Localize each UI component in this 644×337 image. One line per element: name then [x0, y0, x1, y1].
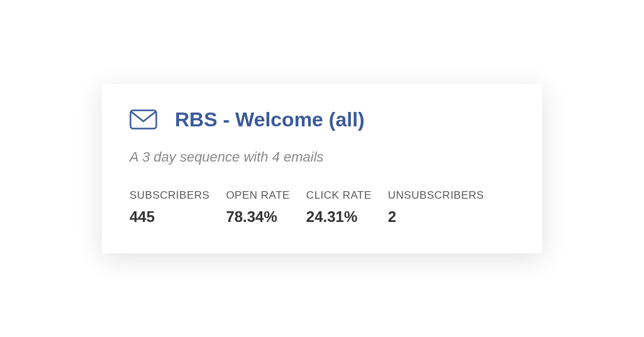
stats-row: SUBSCRIBERS 445 OPEN RATE 78.34% CLICK R… [130, 189, 514, 226]
stat-label: SUBSCRIBERS [130, 189, 209, 202]
stat-click-rate: CLICK RATE 24.31% [306, 189, 372, 226]
envelope-icon [130, 109, 157, 130]
stat-value: 2 [388, 208, 484, 226]
stat-value: 78.34% [226, 208, 289, 226]
stat-open-rate: OPEN RATE 78.34% [226, 189, 289, 226]
stat-subscribers: SUBSCRIBERS 445 [130, 189, 209, 226]
stat-label: OPEN RATE [226, 189, 289, 202]
stat-label: CLICK RATE [306, 189, 372, 202]
sequence-subtitle: A 3 day sequence with 4 emails [130, 149, 514, 165]
svg-rect-0 [131, 111, 157, 129]
stat-unsubscribers: UNSUBSCRIBERS 2 [388, 189, 484, 226]
stat-value: 445 [130, 208, 209, 226]
stat-value: 24.31% [306, 208, 372, 226]
stat-label: UNSUBSCRIBERS [388, 189, 484, 202]
sequence-title: RBS - Welcome (all) [175, 108, 365, 131]
sequence-card[interactable]: RBS - Welcome (all) A 3 day sequence wit… [102, 84, 542, 253]
card-header: RBS - Welcome (all) [130, 108, 514, 131]
